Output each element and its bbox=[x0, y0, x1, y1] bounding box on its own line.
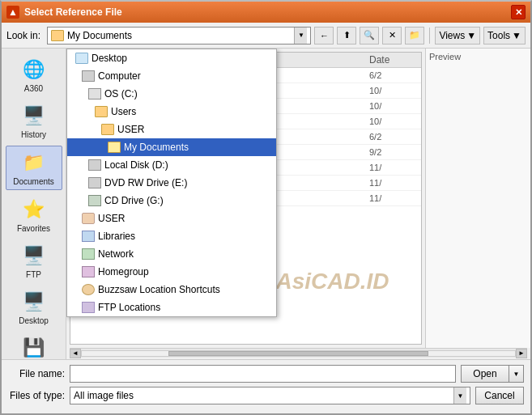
sidebar-item-favorites[interactable]: ⭐ Favorites bbox=[6, 193, 62, 236]
sidebar-desktop-label: Desktop bbox=[19, 316, 49, 325]
buzzsaw-icon: 💾 bbox=[19, 335, 49, 359]
look-in-folder-icon bbox=[51, 30, 64, 41]
preview-label: Preview bbox=[429, 52, 527, 61]
sidebar-item-desktop[interactable]: 🖥️ Desktop bbox=[6, 286, 62, 328]
users-folder-icon bbox=[95, 106, 108, 117]
look-in-arrow[interactable]: ▼ bbox=[294, 28, 307, 44]
search-button[interactable]: 🔍 bbox=[360, 27, 379, 44]
local-d-icon bbox=[88, 159, 101, 171]
file-name-row: File name: Open ▼ bbox=[8, 365, 524, 383]
delete-button[interactable]: ✕ bbox=[382, 27, 402, 44]
scroll-track[interactable] bbox=[81, 350, 516, 357]
open-button[interactable]: Open bbox=[461, 365, 509, 383]
dropdown-os-c[interactable]: OS (C:) bbox=[67, 85, 276, 103]
ftp-loc-icon bbox=[82, 302, 95, 313]
dropdown-homegroup[interactable]: Homegroup bbox=[67, 263, 276, 281]
look-in-label: Look in: bbox=[6, 30, 40, 41]
sidebar-item-documents[interactable]: 📁 Documents bbox=[6, 146, 62, 190]
app-icon: ▲ bbox=[6, 6, 19, 19]
scroll-left-button[interactable]: ◄ bbox=[70, 349, 81, 358]
sidebar-item-ftp[interactable]: 🖥️ FTP bbox=[6, 239, 62, 282]
file-type-label: Files of type: bbox=[8, 390, 65, 401]
a360-icon: 🌐 bbox=[19, 57, 49, 83]
dropdown-network[interactable]: Network bbox=[67, 245, 276, 263]
dropdown-libraries[interactable]: Libraries bbox=[67, 227, 276, 245]
scroll-right-button[interactable]: ► bbox=[516, 349, 527, 358]
close-button[interactable]: ✕ bbox=[511, 5, 526, 19]
scroll-thumb[interactable] bbox=[168, 351, 428, 356]
file-type-value: All image files bbox=[74, 390, 453, 401]
separator bbox=[429, 28, 430, 44]
back-button[interactable]: ← bbox=[314, 27, 334, 44]
sidebar-item-a360[interactable]: 🌐 A360 bbox=[6, 53, 62, 96]
sidebar-item-buzzsaw[interactable]: 💾 Buzzsaw bbox=[6, 332, 62, 359]
sidebar-a360-label: A360 bbox=[24, 84, 43, 93]
sidebar-documents-label: Documents bbox=[13, 177, 54, 186]
look-in-combo[interactable]: My Documents ▼ bbox=[47, 27, 311, 44]
bottom-area: File name: Open ▼ Files of type: All ima… bbox=[2, 359, 530, 413]
location-dropdown[interactable]: Desktop Computer OS (C:) Users bbox=[66, 49, 277, 317]
dropdown-my-documents[interactable]: My Documents bbox=[67, 138, 276, 156]
network-icon bbox=[82, 248, 95, 260]
ftp-icon: 🖥️ bbox=[19, 243, 49, 269]
documents-icon: 📁 bbox=[19, 150, 49, 176]
favorites-icon: ⭐ bbox=[19, 197, 49, 222]
cd-g-icon bbox=[88, 195, 101, 206]
sidebar: 🌐 A360 🖥️ History 📁 Documents ⭐ Favorite… bbox=[2, 49, 66, 359]
buzzsaw-loc-icon bbox=[82, 284, 95, 295]
drive-c-icon bbox=[88, 88, 101, 100]
sidebar-item-history[interactable]: 🖥️ History bbox=[6, 100, 62, 142]
file-type-arrow[interactable]: ▼ bbox=[453, 387, 466, 404]
history-icon: 🖥️ bbox=[19, 103, 49, 129]
dropdown-buzzsaw-loc[interactable]: Buzzsaw Location Shortcuts bbox=[67, 281, 276, 299]
tools-button[interactable]: Tools ▼ bbox=[483, 27, 526, 44]
dropdown-computer[interactable]: Computer bbox=[67, 67, 276, 85]
dvd-e-icon bbox=[88, 177, 101, 188]
dropdown-ftp-loc[interactable]: FTP Locations bbox=[67, 299, 276, 316]
desktop-icon: 🖥️ bbox=[19, 289, 49, 315]
dialog-title: Select Reference File bbox=[24, 6, 511, 18]
desktop-icon bbox=[75, 53, 88, 64]
dropdown-user2[interactable]: USER bbox=[67, 210, 276, 227]
dropdown-cd-g[interactable]: CD Drive (G:) bbox=[67, 192, 276, 210]
file-name-input[interactable] bbox=[70, 365, 456, 383]
dropdown-desktop[interactable]: Desktop bbox=[67, 49, 276, 67]
dropdown-dvd-e[interactable]: DVD RW Drive (E:) bbox=[67, 174, 276, 192]
file-name-label: File name: bbox=[8, 368, 65, 379]
main-area: 🌐 A360 🖥️ History 📁 Documents ⭐ Favorite… bbox=[2, 49, 530, 359]
new-folder-button[interactable]: 📁 bbox=[405, 27, 424, 44]
select-reference-dialog: ▲ Select Reference File ✕ Look in: My Do… bbox=[0, 0, 532, 415]
views-button[interactable]: Views ▼ bbox=[435, 27, 480, 44]
dropdown-local-d[interactable]: Local Disk (D:) bbox=[67, 156, 276, 174]
cancel-button[interactable]: Cancel bbox=[475, 387, 524, 404]
content-area: Desktop Computer OS (C:) Users bbox=[66, 49, 530, 359]
look-in-value: My Documents bbox=[67, 30, 291, 41]
dropdown-users[interactable]: Users bbox=[67, 103, 276, 121]
sidebar-favorites-label: Favorites bbox=[17, 224, 50, 233]
computer-icon bbox=[82, 70, 95, 82]
title-bar: ▲ Select Reference File ✕ bbox=[2, 2, 530, 23]
file-type-row: Files of type: All image files ▼ Cancel bbox=[8, 387, 524, 404]
libraries-icon bbox=[82, 231, 95, 242]
sidebar-history-label: History bbox=[21, 130, 46, 139]
homegroup-icon bbox=[82, 266, 95, 277]
my-docs-icon bbox=[108, 142, 121, 153]
preview-panel: Preview bbox=[425, 49, 530, 348]
dropdown-user[interactable]: USER bbox=[67, 121, 276, 138]
toolbar: Look in: My Documents ▼ ← ⬆ 🔍 ✕ 📁 Views … bbox=[2, 23, 530, 49]
sidebar-ftp-label: FTP bbox=[26, 270, 41, 279]
horizontal-scrollbar[interactable]: ◄ ► bbox=[70, 348, 527, 358]
user2-icon bbox=[82, 213, 95, 224]
user-folder-icon bbox=[101, 124, 114, 135]
up-button[interactable]: ⬆ bbox=[337, 27, 356, 44]
file-type-combo[interactable]: All image files ▼ bbox=[70, 387, 470, 404]
open-arrow-button[interactable]: ▼ bbox=[509, 365, 524, 383]
